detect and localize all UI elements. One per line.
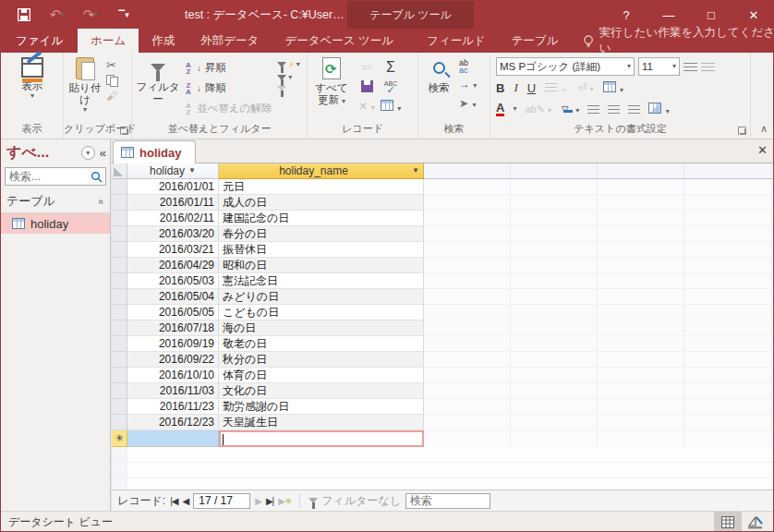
- gridlines-button[interactable]: ▾: [603, 79, 623, 96]
- column-header-holiday-name[interactable]: holiday_name ▼: [219, 163, 424, 179]
- tab-table[interactable]: テーブル: [499, 29, 572, 53]
- clipboard-dialog-launcher[interactable]: [120, 127, 128, 135]
- cell-holiday-name[interactable]: 文化の日: [219, 383, 424, 399]
- spellcheck-button[interactable]: ABC✓: [384, 80, 397, 93]
- cell-holiday[interactable]: 2016/01/01: [127, 179, 219, 195]
- customize-qat-button[interactable]: ▔▾: [114, 5, 134, 25]
- cell-holiday-name[interactable]: 憲法記念日: [219, 273, 424, 289]
- cell-holiday-name[interactable]: 春分の日: [219, 226, 424, 242]
- new-record-selector[interactable]: ✳: [112, 430, 127, 447]
- cell-holiday-name[interactable]: 振替休日: [219, 242, 424, 258]
- goto-button[interactable]: → ▾: [459, 78, 477, 91]
- record-selector[interactable]: [112, 258, 127, 273]
- sort-descending-button[interactable]: ZA↓ 降順: [184, 79, 272, 98]
- cell-holiday[interactable]: 2016/11/03: [127, 383, 219, 399]
- document-tab-holiday[interactable]: holiday: [113, 140, 196, 163]
- nav-search-input[interactable]: [6, 170, 91, 183]
- align-center-button[interactable]: [608, 105, 620, 114]
- cut-button[interactable]: ✂: [106, 58, 118, 72]
- record-selector[interactable]: [112, 242, 127, 258]
- record-selector[interactable]: [112, 383, 127, 399]
- cell-holiday[interactable]: 2016/05/04: [127, 289, 219, 305]
- datasheet-view-button[interactable]: [714, 512, 742, 532]
- last-record-button[interactable]: ▶|: [266, 496, 273, 506]
- highlight-button[interactable]: ab✎︎ ▾: [525, 103, 551, 115]
- paste-button[interactable]: 貼り付け ▾: [64, 57, 106, 124]
- cell-holiday-name[interactable]: 体育の日: [219, 368, 424, 383]
- refresh-all-button[interactable]: すべて 更新 ▾: [308, 57, 356, 124]
- newline-button[interactable]: ⏎︎ ▾: [577, 81, 593, 94]
- record-selector[interactable]: [112, 289, 127, 305]
- align-right-button[interactable]: [628, 105, 640, 114]
- shutter-bar-close-button[interactable]: «: [100, 146, 106, 160]
- advanced-filter-button[interactable]: ▾: [277, 74, 299, 81]
- column-header-holiday[interactable]: holiday ▼: [127, 163, 219, 179]
- table-row[interactable]: 2016/04/29昭和の日: [112, 258, 774, 273]
- record-selector[interactable]: [112, 305, 127, 320]
- table-row[interactable]: 2016/09/22秋分の日: [112, 352, 774, 368]
- document-close-button[interactable]: ✕: [757, 143, 768, 157]
- indent-increase-button[interactable]: →: [545, 81, 568, 94]
- table-row[interactable]: 2016/01/11成人の日: [112, 195, 774, 211]
- record-selector[interactable]: [112, 352, 127, 368]
- cell-holiday-name[interactable]: 元日: [219, 179, 424, 195]
- nav-item-holiday[interactable]: holiday: [1, 213, 110, 234]
- text-format-dialog-launcher[interactable]: [738, 127, 746, 135]
- fill-color-button[interactable]: 🜄︎ ▾: [560, 103, 579, 115]
- undo-button[interactable]: ↶▾: [47, 5, 67, 25]
- tab-database-tools[interactable]: データベース ツール: [272, 29, 406, 53]
- record-position-box[interactable]: 17 / 17: [193, 493, 250, 509]
- new-record-button[interactable]: ▭: [362, 61, 371, 73]
- new-record-cell-holiday-name-active[interactable]: [219, 430, 424, 447]
- select-button[interactable]: ➤︎ ▾: [459, 94, 477, 111]
- table-row[interactable]: 2016/11/23勤労感謝の日: [112, 399, 774, 415]
- nav-section-tables[interactable]: テーブル «: [1, 188, 110, 213]
- new-record-cell-holiday[interactable]: [127, 430, 219, 447]
- cell-holiday[interactable]: 2016/12/23: [127, 415, 219, 430]
- filter-button[interactable]: フィルター: [132, 58, 184, 125]
- font-color-button[interactable]: A: [496, 103, 504, 116]
- tell-me-box[interactable]: 実行したい作業を入力してください: [572, 29, 774, 53]
- remove-sort-button[interactable]: AZ 並べ替えの解除: [184, 99, 272, 118]
- design-view-button[interactable]: [742, 512, 769, 532]
- nav-search-icon[interactable]: [91, 171, 103, 183]
- cell-holiday[interactable]: 2016/04/29: [127, 258, 219, 273]
- toggle-filter-button[interactable]: [277, 86, 299, 91]
- format-painter-button[interactable]: 🖌︎: [106, 90, 118, 103]
- view-button[interactable]: 表示 ▾: [1, 53, 64, 119]
- save-button[interactable]: [14, 5, 34, 25]
- new-record-row[interactable]: ✳: [112, 430, 774, 447]
- record-search-input[interactable]: [405, 493, 490, 509]
- cell-holiday-name[interactable]: 海の日: [219, 320, 424, 336]
- cell-holiday-name[interactable]: 建国記念の日: [219, 211, 424, 226]
- nav-search-box[interactable]: [5, 167, 106, 186]
- font-size-combo[interactable]: 11▾: [638, 57, 680, 76]
- italic-button[interactable]: I: [514, 80, 517, 95]
- alt-row-color-button[interactable]: ▾: [648, 101, 669, 117]
- table-row[interactable]: 2016/03/20春分の日: [112, 226, 774, 242]
- selection-filter-button[interactable]: ⚡︎▾: [277, 60, 299, 69]
- cell-holiday[interactable]: 2016/05/05: [127, 305, 219, 320]
- table-row[interactable]: 2016/11/03文化の日: [112, 383, 774, 399]
- cell-holiday[interactable]: 2016/01/11: [127, 195, 219, 211]
- sort-ascending-button[interactable]: AZ↓ 昇順: [184, 58, 272, 78]
- filter-status-button[interactable]: フィルターなし: [308, 493, 401, 509]
- record-selector[interactable]: [112, 320, 127, 336]
- table-row[interactable]: 2016/05/03憲法記念日: [112, 273, 774, 289]
- column-dropdown-icon[interactable]: ▼: [188, 163, 196, 178]
- cell-holiday[interactable]: 2016/03/21: [127, 242, 219, 258]
- cell-holiday-name[interactable]: こどもの日: [219, 305, 424, 320]
- record-selector[interactable]: [112, 368, 127, 383]
- tab-create[interactable]: 作成: [139, 29, 187, 53]
- align-left-button[interactable]: [587, 105, 599, 114]
- numbering-button[interactable]: [701, 63, 715, 71]
- table-row[interactable]: 2016/02/11建国記念の日: [112, 211, 774, 226]
- column-dropdown-icon[interactable]: ▼: [412, 163, 419, 178]
- new-blank-record-button[interactable]: ▶✳: [278, 496, 291, 506]
- totals-button[interactable]: Σ: [386, 59, 395, 76]
- cell-holiday[interactable]: 2016/02/11: [127, 211, 219, 226]
- cell-holiday[interactable]: 2016/10/10: [127, 368, 219, 383]
- bold-button[interactable]: B: [496, 81, 504, 95]
- table-row[interactable]: 2016/01/01元日: [112, 179, 774, 195]
- table-row[interactable]: 2016/09/19敬老の日: [112, 336, 774, 352]
